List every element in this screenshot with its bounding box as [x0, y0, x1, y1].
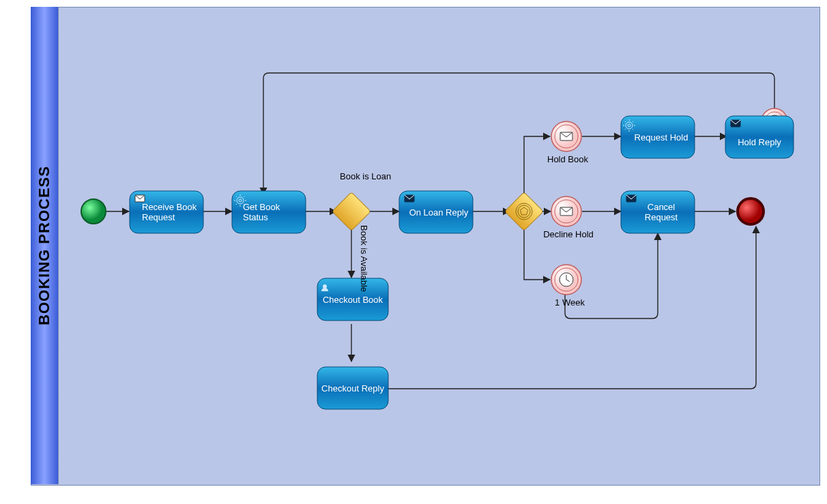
- start-event[interactable]: [81, 199, 106, 224]
- task-checkoutreply[interactable]: [317, 367, 388, 409]
- label-oneweek: 1 Week: [553, 297, 587, 308]
- event-hold-book[interactable]: [551, 121, 581, 151]
- tasks: [130, 116, 794, 409]
- diagram-svg: [0, 0, 827, 504]
- label-bookisavailable: Book is Available: [359, 225, 369, 292]
- end-event[interactable]: [738, 198, 764, 224]
- event-based-gateway[interactable]: [505, 192, 544, 231]
- task-checkoutbook[interactable]: [317, 278, 388, 321]
- label-declinehold: Decline Hold: [541, 229, 596, 239]
- label-bookisloan: Book is Loan: [340, 171, 391, 181]
- task-getstatus[interactable]: [232, 191, 306, 233]
- event-decline-hold[interactable]: [551, 196, 581, 226]
- event-one-week[interactable]: [551, 265, 581, 295]
- svg-rect-1: [505, 192, 544, 231]
- label-holdbook: Hold Book: [546, 154, 590, 164]
- task-requesthold[interactable]: [621, 116, 695, 158]
